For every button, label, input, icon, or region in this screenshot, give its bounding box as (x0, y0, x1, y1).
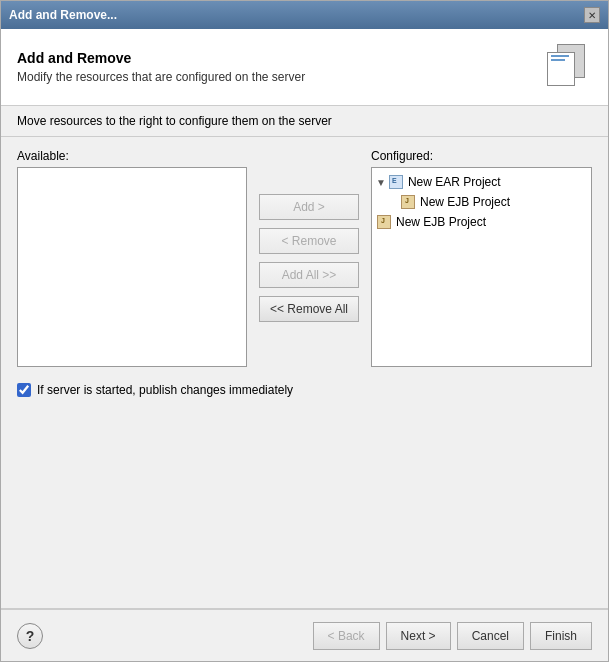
title-bar: Add and Remove... ✕ (1, 1, 608, 29)
next-button[interactable]: Next > (386, 622, 451, 650)
panels-row: Available: Add > < Remove Add All >> << … (17, 149, 592, 367)
ejb-project-root-label: New EJB Project (396, 215, 486, 229)
publish-label[interactable]: If server is started, publish changes im… (37, 383, 293, 397)
remove-button[interactable]: < Remove (259, 228, 359, 254)
main-content: Available: Add > < Remove Add All >> << … (1, 137, 608, 413)
description: Modify the resources that are configured… (17, 70, 305, 84)
footer-left: ? (17, 623, 43, 649)
footer: ? < Back Next > Cancel Finish (1, 609, 608, 661)
ear-project-label: New EAR Project (408, 175, 501, 189)
spacer (1, 413, 608, 608)
finish-button[interactable]: Finish (530, 622, 592, 650)
ear-icon (388, 174, 404, 190)
header-text: Add and Remove Modify the resources that… (17, 50, 305, 84)
available-list[interactable] (17, 167, 247, 367)
add-button[interactable]: Add > (259, 194, 359, 220)
instruction-text: Move resources to the right to configure… (17, 114, 332, 128)
list-item[interactable]: ▼ New EAR Project (372, 172, 591, 192)
add-all-button[interactable]: Add All >> (259, 262, 359, 288)
cancel-button[interactable]: Cancel (457, 622, 524, 650)
server-page-front (547, 52, 575, 86)
header-section: Add and Remove Modify the resources that… (1, 29, 608, 106)
server-icon-container (540, 41, 592, 93)
configured-list[interactable]: ▼ New EAR Project New EJB Project (371, 167, 592, 367)
remove-all-button[interactable]: << Remove All (259, 296, 359, 322)
instruction-bar: Move resources to the right to configure… (1, 106, 608, 137)
publish-checkbox[interactable] (17, 383, 31, 397)
ejb-project-child-label: New EJB Project (420, 195, 510, 209)
close-button[interactable]: ✕ (584, 7, 600, 23)
available-section: Available: (17, 149, 247, 367)
ejb-icon (400, 194, 416, 210)
configured-section: Configured: ▼ New EAR Project (371, 149, 592, 367)
configured-tree: ▼ New EAR Project New EJB Project (372, 168, 591, 236)
expand-arrow: ▼ (376, 177, 386, 188)
ejb-icon-root (376, 214, 392, 230)
dialog: Add and Remove... ✕ Add and Remove Modif… (0, 0, 609, 662)
help-button[interactable]: ? (17, 623, 43, 649)
heading: Add and Remove (17, 50, 305, 66)
dialog-title: Add and Remove... (9, 8, 117, 22)
list-item[interactable]: New EJB Project (372, 192, 591, 212)
configured-label: Configured: (371, 149, 592, 163)
checkbox-row: If server is started, publish changes im… (17, 375, 592, 401)
available-label: Available: (17, 149, 247, 163)
footer-right: < Back Next > Cancel Finish (313, 622, 592, 650)
list-item[interactable]: New EJB Project (372, 212, 591, 232)
server-icon (543, 44, 589, 90)
buttons-section: Add > < Remove Add All >> << Remove All (247, 149, 371, 367)
back-button[interactable]: < Back (313, 622, 380, 650)
